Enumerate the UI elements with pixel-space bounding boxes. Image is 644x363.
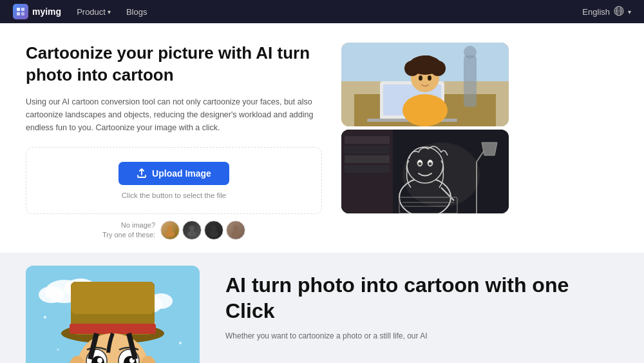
svg-rect-37 [345, 136, 390, 144]
sample-img-1[interactable] [160, 221, 180, 240]
svg-point-15 [233, 226, 238, 231]
language-label: English [582, 7, 610, 17]
nav-product[interactable]: Product ▾ [77, 7, 111, 17]
hero-section: Cartoonize your picture with AI turn pho… [0, 23, 644, 253]
nav-right[interactable]: English ▾ [582, 6, 631, 18]
svg-point-58 [39, 286, 64, 303]
upload-button-label: Upload Image [152, 168, 211, 179]
svg-point-54 [402, 142, 480, 207]
section-description: Whether you want to cartoonize a photo o… [225, 330, 618, 342]
logo-text: myimg [32, 6, 61, 17]
section-title: AI turn photo into cartoon with one Clic… [225, 272, 618, 324]
hero-image-cartoon [341, 130, 509, 213]
svg-point-9 [167, 226, 173, 231]
upload-button[interactable]: Upload Image [118, 162, 229, 185]
sample-images [160, 221, 245, 240]
product-label: Product [77, 7, 106, 17]
upload-box: Upload Image Click the button to select … [26, 147, 322, 214]
product-chevron: ▾ [108, 8, 111, 15]
svg-rect-38 [345, 146, 390, 153]
hero-description: Using our AI cartoon conversion tool can… [26, 95, 322, 134]
language-icon [614, 6, 624, 18]
second-section-text: AI turn photo into cartoon with one Clic… [225, 266, 618, 342]
svg-point-31 [419, 75, 422, 81]
svg-point-11 [189, 226, 194, 231]
svg-point-61 [44, 316, 46, 319]
sample-label-line2: Try one of these: [102, 230, 155, 240]
sample-images-row: No image? Try one of these: [26, 221, 322, 240]
svg-point-14 [209, 231, 218, 237]
svg-point-80 [97, 358, 102, 363]
language-chevron: ▾ [628, 8, 631, 15]
cartoon-character-image [26, 266, 200, 363]
svg-point-24 [402, 94, 448, 126]
svg-point-10 [166, 231, 175, 237]
sample-img-4[interactable] [226, 221, 245, 240]
svg-rect-40 [345, 165, 390, 173]
svg-rect-39 [345, 155, 390, 163]
svg-point-66 [57, 349, 59, 351]
logo-icon [13, 4, 28, 19]
svg-rect-72 [70, 324, 156, 334]
blogs-label: Blogs [126, 7, 147, 17]
upload-hint: Click the button to select the file [122, 191, 226, 199]
svg-point-12 [187, 231, 196, 237]
navbar: myimg Product ▾ Blogs English ▾ [0, 0, 644, 23]
svg-rect-0 [17, 8, 20, 11]
nav-blogs[interactable]: Blogs [126, 7, 147, 17]
hero-right [341, 43, 509, 213]
svg-rect-2 [17, 12, 20, 15]
sample-label-line1: No image? [102, 221, 155, 230]
svg-rect-1 [21, 8, 24, 11]
sample-img-2[interactable] [182, 221, 202, 240]
svg-rect-33 [464, 55, 477, 107]
svg-point-16 [231, 231, 240, 237]
svg-point-30 [422, 55, 435, 68]
hero-image-color [341, 43, 509, 126]
logo[interactable]: myimg [13, 4, 61, 19]
svg-rect-71 [71, 282, 155, 314]
hero-left: Cartoonize your picture with AI turn pho… [26, 43, 322, 240]
nav-left: myimg Product ▾ Blogs [13, 4, 147, 19]
upload-icon [137, 168, 147, 179]
svg-rect-3 [21, 12, 24, 15]
svg-point-32 [428, 75, 431, 81]
svg-point-65 [179, 342, 182, 344]
second-section: AI turn photo into cartoon with one Clic… [0, 253, 644, 363]
svg-point-13 [211, 226, 216, 231]
svg-point-34 [464, 46, 477, 59]
hero-title: Cartoonize your picture with AI turn pho… [26, 43, 322, 86]
svg-marker-43 [482, 142, 497, 155]
sample-img-3[interactable] [204, 221, 223, 240]
